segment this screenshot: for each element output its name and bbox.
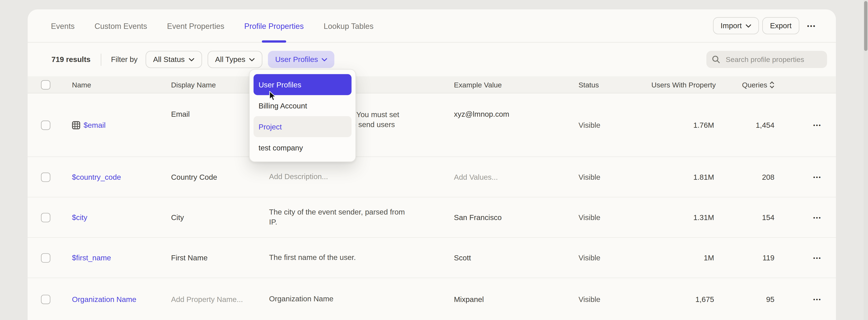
entity-dropdown-menu: User Profiles Billing Account Project te… [249, 69, 356, 162]
example-value-cell[interactable]: xyz@lmnop.com [454, 93, 579, 118]
actions-cell: ••• [778, 213, 836, 222]
tab-bar: Events Custom Events Event Properties Pr… [51, 9, 373, 42]
export-label: Export [770, 22, 792, 30]
mouse-cursor-icon [269, 91, 276, 101]
dropdown-item-project[interactable]: Project [253, 116, 351, 137]
row-checkbox[interactable] [41, 213, 50, 222]
tab-lookup-tables[interactable]: Lookup Tables [323, 9, 373, 42]
property-name-link[interactable]: $country_code [72, 173, 121, 181]
users-with-property-cell: 1.76M [648, 121, 716, 129]
tab-label: Profile Properties [244, 21, 304, 30]
checkbox-cell [28, 294, 72, 304]
content-card: Events Custom Events Event Properties Pr… [28, 9, 836, 320]
tabs-row: Events Custom Events Event Properties Pr… [28, 9, 836, 42]
name-cell: $first_name [72, 254, 171, 262]
actions-cell: ••• [778, 173, 836, 181]
row-actions-button[interactable]: ••• [812, 295, 823, 304]
status-filter-button[interactable]: All Status [145, 51, 202, 68]
property-name-link[interactable]: $email [84, 121, 105, 129]
tab-label: Event Properties [167, 21, 224, 30]
tab-event-properties[interactable]: Event Properties [167, 9, 224, 42]
display-name-cell[interactable]: Add Property Name... [171, 295, 269, 303]
header-queries-sort[interactable]: Queries [716, 80, 778, 89]
row-checkbox[interactable] [41, 120, 50, 130]
row-actions-button[interactable]: ••• [812, 121, 823, 130]
row-actions-button[interactable]: ••• [812, 213, 823, 222]
toolbar: Import Export ••• [713, 17, 836, 34]
status-cell: Visible [579, 173, 648, 181]
row-actions-button[interactable]: ••• [812, 254, 823, 262]
description-cell[interactable]: The first name of the user. [269, 253, 423, 263]
header-users-with-property: Users With Property [648, 80, 716, 89]
tab-label: Events [51, 21, 75, 30]
queries-cell: 119 [716, 254, 778, 262]
type-filter-button[interactable]: All Types [207, 51, 262, 68]
tab-custom-events[interactable]: Custom Events [95, 9, 147, 42]
import-label: Import [720, 22, 742, 30]
example-value-cell[interactable]: Add Values... [454, 173, 579, 181]
users-with-property-cell: 1,675 [648, 295, 716, 303]
row-actions-button[interactable]: ••• [812, 173, 823, 181]
name-cell: $country_code [72, 173, 171, 181]
example-value-cell[interactable]: San Francisco [454, 213, 579, 221]
table-row: Organization Name Add Property Name... O… [28, 278, 836, 320]
entity-filter-button[interactable]: User Profiles [268, 51, 335, 68]
tab-label: Lookup Tables [323, 21, 373, 30]
chevron-down-icon [189, 58, 194, 61]
users-with-property-cell: 1M [648, 254, 716, 262]
queries-cell: 208 [716, 173, 778, 181]
profile-properties-page: Events Custom Events Event Properties Pr… [0, 0, 868, 320]
actions-cell: ••• [778, 295, 836, 304]
select-all-checkbox[interactable] [41, 80, 50, 89]
status-cell: Visible [579, 295, 648, 303]
more-actions-button[interactable]: ••• [803, 23, 820, 29]
property-name-link[interactable]: $city [72, 213, 87, 221]
tab-label: Custom Events [95, 21, 147, 30]
filter-by-label: Filter by [111, 56, 138, 64]
header-example-value: Example Value [454, 80, 579, 89]
checkbox-cell [28, 120, 72, 130]
queries-cell: 154 [716, 213, 778, 221]
scrollbar-thumb[interactable] [864, 1, 868, 51]
example-value-cell[interactable]: Scott [454, 254, 579, 262]
chevron-down-icon [322, 58, 328, 61]
description-cell[interactable]: Organization Name [269, 294, 423, 304]
status-cell: Visible [579, 121, 648, 129]
dropdown-item-user-profiles[interactable]: User Profiles [253, 74, 351, 95]
users-with-property-cell: 1.81M [648, 173, 716, 181]
display-name-cell[interactable]: City [171, 213, 269, 221]
row-checkbox[interactable] [41, 294, 50, 304]
description-cell[interactable]: The city of the event sender, parsed fro… [269, 207, 423, 227]
status-cell: Visible [579, 213, 648, 221]
display-name-cell[interactable]: First Name [171, 254, 269, 262]
tab-profile-properties[interactable]: Profile Properties [244, 9, 304, 42]
dropdown-item-billing-account[interactable]: Billing Account [253, 95, 351, 116]
example-value-cell[interactable]: Mixpanel [454, 295, 579, 303]
table-row: $country_code Country Code Add Descripti… [28, 157, 836, 197]
description-cell[interactable]: Add Description... [269, 172, 423, 182]
table-body: $email Email The user's email address. Y… [28, 93, 836, 320]
row-checkbox[interactable] [41, 172, 50, 182]
actions-cell: ••• [778, 253, 836, 262]
name-cell: Organization Name [72, 295, 171, 303]
property-name-link[interactable]: Organization Name [72, 295, 136, 303]
search-input[interactable] [724, 55, 822, 64]
import-button[interactable]: Import [713, 17, 759, 34]
name-cell: $city [72, 213, 171, 221]
header-checkbox-cell [28, 80, 72, 89]
tab-events[interactable]: Events [51, 9, 75, 42]
search-icon [712, 56, 720, 64]
status-filter-label: All Status [153, 56, 185, 64]
header-status: Status [579, 80, 648, 89]
property-name-link[interactable]: $first_name [72, 254, 111, 262]
table-row: $city City The city of the event sender,… [28, 197, 836, 238]
status-cell: Visible [579, 254, 648, 262]
queries-cell: 95 [716, 295, 778, 303]
dropdown-item-test-company[interactable]: test company [253, 137, 351, 158]
row-checkbox[interactable] [41, 253, 50, 262]
display-name-cell[interactable]: Country Code [171, 173, 269, 181]
actions-cell: ••• [778, 120, 836, 130]
export-button[interactable]: Export [762, 17, 799, 34]
search-box[interactable] [706, 51, 827, 68]
name-cell: $email [72, 121, 171, 129]
